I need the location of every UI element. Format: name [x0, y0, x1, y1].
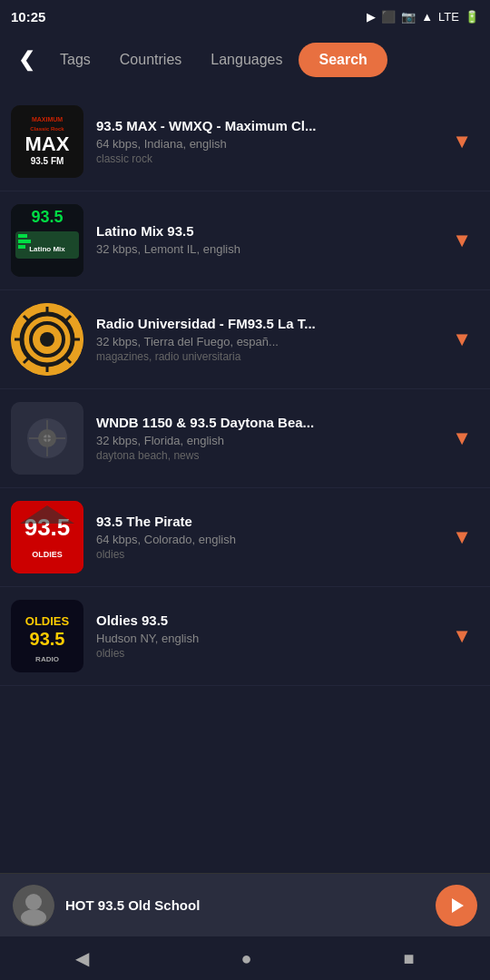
now-playing-avatar-img — [13, 885, 54, 926]
logo-svg-oldies: OLDIES 93.5 RADIO — [11, 600, 83, 672]
station-info-wndb: WNDB 1150 & 93.5 Daytona Bea... 32 kbps,… — [96, 415, 432, 462]
status-bar: 10:25 ▶ ⬛ 📷 ▲ LTE 🔋 — [0, 0, 490, 33]
tab-search[interactable]: Search — [299, 43, 387, 77]
station-info-max: 93.5 MAX - WMXQ - Maximum Cl... 64 kbps,… — [96, 118, 432, 165]
logo-svg-max: MAXIMUM Classic Rock MAX 93.5 FM — [11, 105, 83, 178]
station-name-oldies: Oldies 93.5 — [96, 612, 432, 628]
svg-text:Classic Rock: Classic Rock — [30, 126, 64, 132]
play-button[interactable] — [436, 885, 477, 926]
station-name-radio-uni: Radio Universidad - FM93.5 La T... — [96, 316, 432, 331]
wifi-icon: ▲ — [421, 10, 433, 24]
station-item-wndb[interactable]: WNDB 1150 & 93.5 Daytona Bea... 32 kbps,… — [0, 389, 490, 488]
station-name-pirate: 93.5 The Pirate — [96, 514, 432, 529]
tab-languages[interactable]: Languages — [198, 44, 295, 75]
station-info-oldies: Oldies 93.5 Hudson NY, english oldies — [96, 612, 432, 660]
station-info-latino: Latino Mix 93.5 32 kbps, Lemont IL, engl… — [96, 223, 432, 258]
station-name-max: 93.5 MAX - WMXQ - Maximum Cl... — [96, 118, 432, 133]
logo-svg-wndb — [11, 402, 83, 475]
station-tags-radio-uni: magazines, radio universitaria — [96, 350, 432, 363]
station-logo-max: MAXIMUM Classic Rock MAX 93.5 FM — [11, 105, 83, 178]
station-tags-wndb: daytona beach, news — [96, 449, 432, 462]
dropdown-btn-max[interactable]: ▼ — [445, 126, 479, 157]
svg-point-15 — [40, 332, 54, 347]
nav-bar: ❮ Tags Countries Languages Search — [0, 33, 490, 87]
dropdown-btn-wndb[interactable]: ▼ — [445, 423, 479, 454]
svg-rect-11 — [18, 245, 25, 249]
station-logo-latino: 93.5 Latino Mix — [11, 204, 83, 277]
status-time: 10:25 — [11, 9, 45, 24]
station-logo-wndb — [11, 402, 83, 475]
dropdown-btn-radio-uni[interactable]: ▼ — [445, 324, 479, 355]
dropdown-btn-oldies[interactable]: ▼ — [445, 621, 479, 652]
stop-nav-button[interactable]: ■ — [385, 941, 432, 976]
logo-svg-latino: 93.5 Latino Mix — [11, 204, 83, 277]
station-name-wndb: WNDB 1150 & 93.5 Daytona Bea... — [96, 415, 432, 430]
station-meta-max: 64 kbps, Indiana, english — [96, 137, 432, 151]
play-status-icon: ▶ — [367, 10, 376, 24]
back-button[interactable]: ❮ — [9, 43, 44, 77]
svg-text:MAX: MAX — [25, 132, 70, 155]
notification-icon: ⬛ — [381, 10, 396, 24]
station-meta-wndb: 32 kbps, Florida, english — [96, 434, 432, 447]
station-meta-pirate: 64 kbps, Colorado, english — [96, 533, 432, 546]
logo-svg-pirate: 93.5 OLDIES — [11, 501, 83, 573]
status-icons: ▶ ⬛ 📷 ▲ LTE 🔋 — [367, 10, 479, 24]
dropdown-btn-pirate[interactable]: ▼ — [445, 522, 479, 553]
svg-text:RADIO: RADIO — [35, 655, 59, 663]
station-info-pirate: 93.5 The Pirate 64 kbps, Colorado, engli… — [96, 514, 432, 561]
svg-text:OLDIES: OLDIES — [25, 614, 70, 628]
station-tags-pirate: oldies — [96, 548, 432, 561]
tab-tags[interactable]: Tags — [47, 44, 103, 75]
station-meta-radio-uni: 32 kbps, Tierra del Fuego, españ... — [96, 335, 432, 348]
svg-text:OLDIES: OLDIES — [32, 550, 63, 559]
station-tags-oldies: oldies — [96, 647, 432, 660]
station-logo-oldies: OLDIES 93.5 RADIO — [11, 600, 83, 672]
svg-text:93.5: 93.5 — [30, 629, 65, 649]
tab-countries[interactable]: Countries — [107, 44, 194, 75]
station-logo-pirate: 93.5 OLDIES — [11, 501, 83, 573]
svg-rect-10 — [18, 240, 31, 243]
play-icon — [447, 897, 466, 915]
svg-point-40 — [21, 909, 46, 926]
svg-text:Latino Mix: Latino Mix — [29, 245, 65, 253]
dropdown-btn-latino[interactable]: ▼ — [445, 225, 479, 256]
station-meta-latino: 32 kbps, Lemont IL, english — [96, 242, 432, 256]
station-item-oldies[interactable]: OLDIES 93.5 RADIO Oldies 93.5 Hudson NY,… — [0, 587, 490, 686]
svg-text:93.5 FM: 93.5 FM — [31, 156, 64, 166]
camera-icon: 📷 — [401, 10, 416, 24]
battery-icon: 🔋 — [465, 10, 479, 24]
station-list: MAXIMUM Classic Rock MAX 93.5 FM 93.5 MA… — [0, 87, 490, 873]
station-name-latino: Latino Mix 93.5 — [96, 223, 432, 239]
home-nav-button[interactable]: ● — [222, 941, 270, 976]
svg-marker-41 — [452, 898, 464, 913]
lte-icon: LTE — [438, 10, 459, 24]
svg-text:93.5: 93.5 — [31, 208, 63, 226]
now-playing-bar[interactable]: HOT 93.5 Old School — [0, 873, 490, 936]
station-item-max[interactable]: MAXIMUM Classic Rock MAX 93.5 FM 93.5 MA… — [0, 93, 490, 191]
svg-point-39 — [25, 894, 42, 910]
station-item-radio-uni[interactable]: Radio Universidad - FM93.5 La T... 32 kb… — [0, 290, 490, 389]
svg-rect-9 — [18, 234, 27, 238]
station-tags-max: classic rock — [96, 152, 432, 165]
now-playing-avatar — [13, 885, 54, 926]
back-nav-button[interactable]: ◀ — [57, 940, 107, 976]
station-item-latino[interactable]: 93.5 Latino Mix Latino Mix 93.5 32 kbps,… — [0, 191, 490, 290]
station-info-radio-uni: Radio Universidad - FM93.5 La T... 32 kb… — [96, 316, 432, 363]
station-meta-oldies: Hudson NY, english — [96, 632, 432, 645]
station-logo-radio-uni — [11, 303, 83, 376]
station-item-pirate[interactable]: 93.5 OLDIES 93.5 The Pirate 64 kbps, Col… — [0, 488, 490, 587]
svg-text:MAXIMUM: MAXIMUM — [32, 116, 63, 122]
now-playing-title: HOT 93.5 Old School — [65, 897, 425, 913]
logo-svg-radio-uni — [11, 303, 83, 376]
bottom-nav: ◀ ● ■ — [0, 936, 490, 980]
